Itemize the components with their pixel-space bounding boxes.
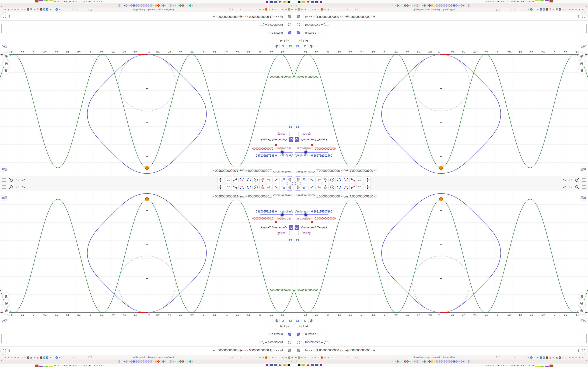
settings-gear-button[interactable]	[274, 319, 280, 323]
dot-icon[interactable]: ◦	[337, 356, 340, 359]
tab-favicon-green[interactable]: ✓	[179, 360, 182, 363]
tab-favicon-geogebra[interactable]	[130, 360, 133, 363]
back-arrow-icon[interactable]: ←	[235, 356, 238, 359]
row-kebab-icon[interactable]: ⋮	[4, 332, 8, 336]
tab-favicon-google[interactable]: G	[165, 360, 167, 363]
dropdown-arrow-icon[interactable]	[219, 170, 222, 172]
tree-view-button[interactable]	[295, 44, 301, 48]
forward-icon[interactable]: →	[69, 8, 71, 11]
globe-icon[interactable]: ⊕	[314, 356, 317, 359]
trash-icon[interactable]: ▯	[549, 356, 551, 359]
arc-length-slider-thumb[interactable]	[281, 213, 284, 216]
url-text[interactable]: https://www.geogebra.org/classic/aagcxh3…	[133, 8, 175, 11]
tab-favicon-facebook[interactable]: f	[465, 360, 467, 363]
dot-icon[interactable]: ◦	[255, 356, 258, 359]
dot-icon[interactable]: ◦	[344, 356, 346, 359]
tab-favicon-geogebra[interactable]	[448, 360, 450, 363]
globe-icon[interactable]: ⊕	[314, 8, 317, 11]
tab-favicon-photos[interactable]: ▪	[431, 4, 433, 7]
row-kebab-icon[interactable]: ⋮	[4, 31, 8, 35]
shield-icon[interactable]: ◇	[232, 356, 234, 359]
tab-favicon-google[interactable]: G	[184, 360, 187, 363]
tab-favicon-google[interactable]: G	[392, 360, 394, 363]
tool-reflect-about-line-button[interactable]	[232, 176, 239, 183]
tab-favicon-geogebra[interactable]	[441, 4, 443, 7]
tracing-checkbox[interactable]	[295, 132, 299, 136]
tool-polygon-button[interactable]	[259, 184, 266, 191]
translate-blue-icon[interactable]: A	[530, 8, 533, 11]
zoom-out-button[interactable]	[578, 307, 586, 315]
redo-icon[interactable]: ↷	[569, 178, 572, 182]
tab-favicon-facebook[interactable]: f	[465, 4, 467, 7]
mouse-icon[interactable]: 0	[533, 8, 536, 11]
tab-favicon-geogebra[interactable]	[143, 4, 145, 7]
earth-icon[interactable]: ⊕	[33, 8, 36, 11]
shield-icon[interactable]: ◇	[20, 8, 23, 11]
tool-reflect-about-line-button[interactable]	[349, 176, 356, 183]
gauge-icon[interactable]: ◔	[278, 356, 281, 359]
balloons-icon[interactable]: ❀	[294, 356, 297, 359]
tree-view-button[interactable]	[295, 319, 301, 323]
dot-icon[interactable]: ◦	[340, 356, 343, 359]
dot-icon[interactable]: ◦	[334, 356, 336, 359]
wrench-icon[interactable]: ✐	[268, 356, 271, 359]
firefox-icon[interactable]	[320, 356, 323, 359]
tab-favicon-google[interactable]: G	[409, 4, 411, 7]
tab-favicon-geogebra[interactable]	[416, 360, 418, 363]
stylebar-kebab-icon[interactable]: ⋮	[315, 44, 321, 48]
visibility-marble[interactable]	[297, 341, 300, 344]
search-icon[interactable]	[575, 185, 579, 190]
download-icon[interactable]: ↧	[523, 356, 526, 359]
fullscreen-button[interactable]	[0, 347, 8, 355]
back-arrow-icon[interactable]: ←	[235, 8, 238, 11]
gauge-icon[interactable]: ◔	[307, 356, 310, 359]
algebra-panel-icon[interactable]	[580, 44, 586, 48]
url-text[interactable]: https://www.geogebra.org/classic/aagcxh3…	[413, 356, 455, 359]
dropdown-arrow-icon[interactable]	[219, 195, 222, 197]
play-pause-button[interactable]	[295, 237, 300, 242]
tool-move-button[interactable]	[295, 176, 301, 183]
tab-favicon-geogebra[interactable]	[150, 4, 152, 7]
search-icon[interactable]	[9, 185, 13, 190]
globe-icon[interactable]: ⊕	[271, 356, 274, 359]
folder-icon[interactable]: ▭	[347, 8, 350, 11]
tab-favicon-photos[interactable]: ▪	[155, 4, 157, 7]
row-kebab-icon[interactable]: ⋮	[580, 340, 584, 344]
menu-icon[interactable]	[2, 177, 6, 182]
graphics-stylebar-toggle[interactable]	[581, 167, 587, 172]
tool-angle-button[interactable]: α	[343, 176, 349, 183]
tab-favicon-green[interactable]: ✓	[406, 4, 409, 7]
tab-favicon-google[interactable]: G	[192, 360, 194, 363]
tab-favicon-teal[interactable]	[189, 4, 191, 7]
graphics-stylebar-toggle[interactable]	[1, 167, 7, 172]
gear-icon[interactable]: ✱	[324, 356, 326, 359]
tab-favicon-geogebra[interactable]	[125, 360, 128, 363]
tab-favicon-google[interactable]: G	[409, 360, 411, 363]
terminal-app-button[interactable]	[287, 363, 291, 367]
plus-blue-icon[interactable]: +	[46, 356, 48, 359]
play-pause-button[interactable]	[288, 125, 293, 130]
tab-favicon-google[interactable]: G	[433, 4, 436, 7]
settings-red-app-button[interactable]: ✱	[306, 0, 310, 4]
shield-icon[interactable]: ◇	[354, 356, 356, 359]
graphics-stylebar-toggle[interactable]	[581, 195, 587, 200]
arc-position-slider-thumb[interactable]	[311, 144, 313, 146]
play-pause-button[interactable]	[288, 237, 293, 242]
ublock-icon[interactable]: U	[27, 8, 29, 11]
fx-button[interactable]: fx	[302, 44, 308, 48]
fx-button[interactable]: fx	[302, 319, 308, 323]
tracing-checkbox[interactable]	[289, 132, 293, 136]
algebra-row[interactable]: funcs = {1.000000000000 + cos(4.00000000…	[0, 346, 294, 355]
dot-icon[interactable]: ◦	[245, 356, 248, 359]
ublock-icon[interactable]: U	[27, 356, 29, 359]
arc-position-slider-thumb[interactable]	[311, 221, 313, 223]
folder-icon[interactable]: ▭	[238, 356, 241, 359]
firefox-icon[interactable]	[265, 8, 268, 11]
stylebar-kebab-icon[interactable]: ⋮	[315, 319, 321, 323]
shield-icon[interactable]: ◇	[232, 8, 234, 11]
algebra-row[interactable]: funcNames = {" "}⋮	[294, 20, 588, 29]
zoom-in-button[interactable]	[2, 300, 10, 307]
chevron-up-icon[interactable]: ⌃	[0, 5, 2, 7]
floppy-64-app-button[interactable]: 64	[315, 363, 319, 367]
curvature-function-input[interactable]: 1.000000000000 + cos(4.000000000000 x)	[217, 167, 273, 174]
